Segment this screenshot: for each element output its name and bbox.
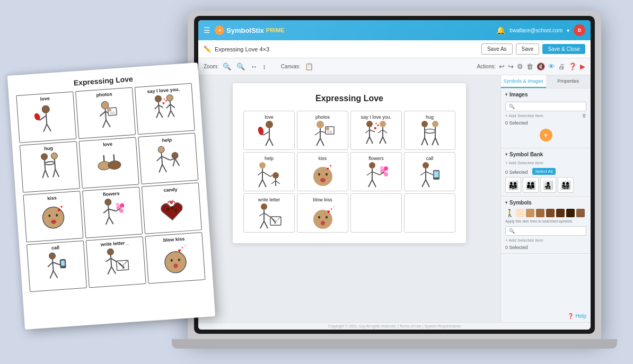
- symbol-cell-empty-2[interactable]: [404, 193, 455, 233]
- save-button[interactable]: Save: [516, 43, 540, 55]
- dropdown-icon[interactable]: ▾: [567, 28, 569, 33]
- svg-line-6: [47, 124, 51, 131]
- skin-tone-3[interactable]: [536, 209, 544, 217]
- eye-icon[interactable]: 👁: [548, 63, 555, 70]
- delete-icon[interactable]: 🗑: [526, 63, 533, 70]
- symbol-cell-say-i-love-you[interactable]: say I love you.: [350, 111, 402, 150]
- play-icon[interactable]: ▶: [580, 63, 585, 70]
- paper-grid: love photos: [16, 83, 205, 292]
- bank-thumb-2[interactable]: 👨‍👩‍👦: [523, 177, 539, 193]
- bell-icon[interactable]: 🔔: [496, 26, 505, 34]
- symbol-cell-help[interactable]: help: [243, 152, 295, 191]
- skin-tone-7[interactable]: [576, 209, 585, 217]
- symbol-cell-kiss[interactable]: kiss ♥ ♥: [297, 152, 348, 191]
- symbol-cell-hug[interactable]: hug: [404, 111, 455, 150]
- skin-tone-5[interactable]: [556, 209, 565, 217]
- svg-line-2: [39, 116, 47, 120]
- audio-icon[interactable]: 🔇: [537, 63, 545, 70]
- svg-line-15: [106, 120, 110, 127]
- images-selected-count: 0 Selected: [505, 120, 586, 126]
- undo-icon[interactable]: ↩: [499, 63, 505, 70]
- svg-line-178: [264, 221, 268, 228]
- svg-line-77: [52, 262, 60, 265]
- filter-icon[interactable]: ⚙: [517, 63, 523, 70]
- svg-line-52: [175, 158, 179, 166]
- add-image-button[interactable]: +: [540, 129, 552, 141]
- skin-tone-6[interactable]: [566, 209, 575, 217]
- add-selected-symbols-label[interactable]: + Add Selected Item: [505, 238, 543, 243]
- svg-text:♥: ♥: [333, 205, 335, 208]
- print-icon[interactable]: 🖨: [558, 63, 565, 70]
- delete-selected-images-icon[interactable]: 🗑: [582, 113, 586, 118]
- svg-line-27: [171, 110, 174, 117]
- doc-title[interactable]: Expressing Love 4×3: [215, 46, 478, 52]
- zoom-fit-height-button[interactable]: ↕: [261, 63, 267, 70]
- bank-thumb-4[interactable]: 👨‍👩‍👧‍👦: [558, 177, 574, 193]
- svg-line-75: [52, 259, 54, 271]
- laptop-base: [172, 339, 617, 349]
- symbols-triangle-icon: ▾: [505, 200, 507, 205]
- svg-line-50: [162, 164, 166, 172]
- symbol-cell-flowers[interactable]: flowers: [350, 152, 402, 191]
- canvas-area[interactable]: Expressing Love love: [198, 75, 500, 322]
- svg-line-168: [426, 172, 433, 175]
- zoom-fit-width-button[interactable]: ↔: [249, 63, 258, 70]
- symbol-cell-blow-kiss[interactable]: blow kiss ♥ ♥ ♥: [297, 193, 348, 233]
- help-circle-icon[interactable]: ❓: [568, 63, 577, 70]
- svg-text:♥: ♥: [181, 246, 183, 250]
- bank-selected-count: 0 Selected: [505, 170, 528, 175]
- svg-line-156: [367, 172, 372, 175]
- svg-line-119: [370, 137, 373, 144]
- svg-line-144: [276, 181, 280, 184]
- svg-rect-111: [327, 130, 332, 133]
- svg-point-0: [42, 105, 50, 113]
- select-all-button[interactable]: Select All: [532, 168, 556, 175]
- svg-point-31: [41, 153, 48, 160]
- symbols-search-input[interactable]: [505, 226, 586, 236]
- svg-line-157: [372, 172, 380, 175]
- save-close-button[interactable]: Save & Close: [542, 44, 585, 54]
- svg-line-113: [320, 138, 324, 146]
- skin-tones: 🚶: [505, 209, 586, 217]
- svg-line-24: [166, 104, 170, 109]
- zoom-in-button[interactable]: 🔍: [235, 63, 246, 70]
- svg-point-22: [166, 94, 173, 101]
- skin-tone-2[interactable]: [526, 209, 534, 217]
- svg-line-8: [105, 109, 106, 120]
- user-avatar: B: [574, 24, 585, 36]
- redo-icon[interactable]: ↪: [508, 63, 514, 70]
- svg-point-120: [380, 121, 386, 127]
- images-search-input[interactable]: [505, 102, 586, 111]
- symbol-cell-empty-1[interactable]: [350, 193, 402, 233]
- bank-thumb-1[interactable]: 👨‍👩‍👧: [505, 177, 521, 193]
- hamburger-icon[interactable]: ☰: [204, 26, 210, 34]
- svg-line-36: [45, 170, 48, 177]
- canvas-copy-button[interactable]: 📋: [304, 63, 314, 70]
- help-link[interactable]: ❓ Help: [501, 310, 591, 322]
- symbol-cell-write-letter[interactable]: write letter: [243, 193, 295, 233]
- svg-point-74: [49, 253, 56, 260]
- zoom-out-button[interactable]: 🔍: [222, 63, 232, 70]
- skin-tone-4[interactable]: [546, 209, 555, 217]
- nav-right: 🔔 bwallace@school.com ▾ B: [496, 24, 585, 36]
- symbol-cell-call[interactable]: call: [404, 152, 455, 191]
- save-as-button[interactable]: Save As: [481, 43, 513, 55]
- panel-tabs: Symbols & Images Properties: [501, 75, 591, 88]
- svg-line-20: [156, 111, 160, 118]
- svg-line-124: [380, 137, 383, 144]
- add-selected-images-label[interactable]: + Add Selected Item: [505, 113, 543, 118]
- tab-symbols-images[interactable]: Symbols & Images: [501, 75, 546, 88]
- symbol-cell-photos[interactable]: photos: [297, 111, 348, 150]
- svg-point-185: [321, 221, 325, 225]
- svg-point-59: [104, 199, 111, 206]
- help-label: Help: [575, 313, 586, 319]
- svg-line-83: [110, 255, 111, 267]
- bank-thumb-3[interactable]: 👩‍👧‍👦: [540, 177, 556, 193]
- tab-properties[interactable]: Properties: [546, 75, 591, 88]
- skin-tone-1[interactable]: [516, 209, 524, 217]
- svg-line-26: [168, 111, 171, 117]
- add-selected-bank-label[interactable]: + Add Selected Item: [505, 161, 543, 165]
- svg-point-161: [384, 166, 388, 171]
- symbol-cell-love[interactable]: love: [243, 111, 295, 150]
- svg-line-45: [161, 153, 162, 164]
